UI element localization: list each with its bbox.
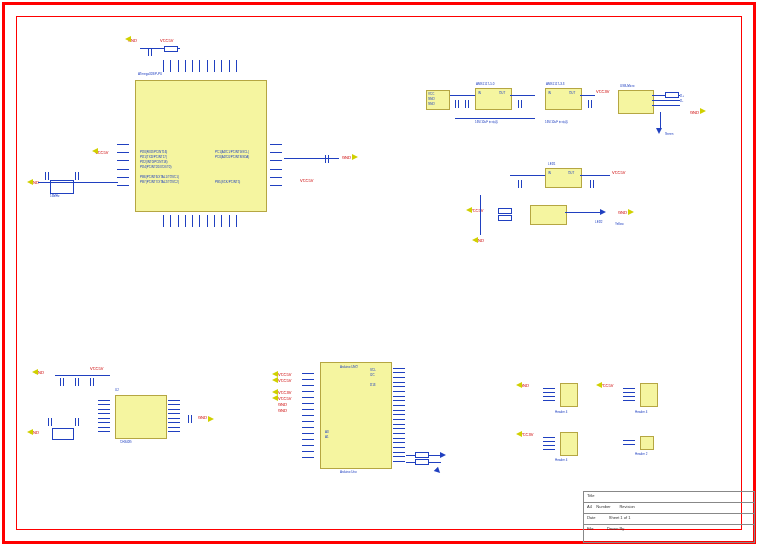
resistor-r5 (415, 452, 429, 458)
capacitor-c7 (518, 100, 522, 108)
gnd-arrow-2 (27, 179, 33, 185)
p2-label: Header 4 (635, 410, 647, 414)
tb-rev: Revision (619, 504, 634, 509)
tb-drawn: Drawn By (607, 526, 624, 531)
mcu-right-pins (270, 140, 282, 190)
u2-right-pins (168, 398, 180, 434)
u3-vcc4: VCC5V (278, 396, 291, 401)
p1-pins (543, 386, 555, 402)
gnd-arrow-3 (352, 154, 358, 160)
p4-pins (623, 438, 635, 446)
u3-gnd2: GND (278, 408, 287, 413)
usb-micro (618, 90, 654, 114)
net-gnd-3: GND (342, 155, 351, 160)
conn-vcc: VCC (428, 92, 434, 96)
capacitor-c13 (60, 378, 64, 386)
mcu-pin-label: PB7(PCINT7/XTAL2/TOSC2) (140, 180, 179, 184)
led-tx (440, 452, 446, 458)
wire (510, 175, 545, 176)
capacitor-c11 (48, 418, 52, 426)
capacitor-c14 (75, 378, 79, 386)
tb-size: A4 (587, 504, 592, 509)
net-dplus: D+ (680, 94, 684, 98)
tb-file: File (587, 526, 593, 531)
led-d2 (600, 209, 606, 215)
u4-note: 16V/10uF 钽电容 (475, 120, 498, 124)
capacitor-c8 (588, 100, 592, 108)
mcu-left-pins (117, 140, 129, 190)
main-mcu-ref: ATmega328/P-PU (138, 72, 162, 76)
wire (510, 95, 535, 96)
net-gnd-usb: GND (690, 110, 699, 115)
wire (652, 105, 680, 106)
k1-ref: LED1 (548, 162, 556, 166)
p3-label: Header 4 (555, 458, 567, 462)
mcu-pin-label: PD0(RXD/PCINT16) (140, 150, 167, 154)
resistor-r1 (164, 46, 178, 52)
mcu-pin-label-r: PB5(SCK/PCINT5) (215, 180, 240, 184)
conn-gnd2: GND (428, 102, 435, 106)
k1-in: IN (548, 171, 551, 175)
u3-a1: A1 (325, 435, 329, 439)
capacitor-c4 (325, 155, 329, 163)
u5-ref: AMS1117-3.3 (546, 82, 564, 86)
u5-out: OUT (569, 91, 575, 95)
u3-left-pins (302, 370, 314, 460)
u3-vcc1: VCC5V (278, 372, 291, 377)
led-driver (530, 205, 567, 225)
conn-gnd: GND (428, 97, 435, 101)
net-gnd-led: GND (618, 210, 627, 215)
u3-a0: A0 (325, 430, 329, 434)
capacitor-c1 (148, 48, 152, 56)
mcu-pin-label-r: PC1(ADC1/PCINT9/SCL) (215, 150, 249, 154)
tb-sheet: Sheet 1 of 1 (609, 515, 631, 520)
title-block: Title A4 Number Revision Date Sheet 1 of… (583, 491, 755, 543)
p2-pins (623, 386, 635, 402)
net-dminus: D- (680, 99, 683, 103)
tb-title: Title (587, 493, 594, 498)
net-vcc5v-k1: VCC5V (612, 170, 625, 175)
capacitor-c6 (465, 100, 469, 108)
mcu-pin-label-r: PC0(ADC0/PCINT8/SDA) (215, 155, 249, 159)
net-gnd-u2r: GND (198, 415, 207, 420)
tb-date: Date (587, 515, 595, 520)
gnd-arrow-bot (472, 237, 478, 243)
wire (580, 175, 610, 176)
mcu-top-pins (160, 60, 240, 72)
u6-ref: USB-Micro (620, 84, 635, 88)
wire (455, 118, 535, 119)
capacitor-c2 (45, 172, 49, 180)
led-green-label: Green (665, 132, 673, 136)
arduino-header-chip (320, 362, 392, 469)
led2-color: Yellow (615, 222, 624, 226)
header-p4 (640, 436, 654, 450)
p1-arrow (516, 382, 522, 388)
header-p3 (560, 432, 578, 456)
led-d1 (656, 128, 662, 134)
u4-out: OUT (499, 91, 505, 95)
net-vcc3v: VCC3V (596, 89, 609, 94)
gnd-arrow (125, 36, 131, 42)
u3-right-pins (393, 366, 405, 464)
wire (284, 158, 339, 159)
u3-vcc2: VCC5V (278, 378, 291, 383)
mcu-pin-label: PD1(TXD/PCINT17) (140, 155, 167, 159)
mcu-bottom-pins (160, 215, 240, 227)
vcc-arrow-u3-4 (272, 395, 278, 401)
resistor-r2 (665, 92, 679, 98)
u5-in: IN (548, 91, 551, 95)
u3-footer: Arduino Uno (340, 470, 357, 474)
capacitor-c5 (455, 100, 459, 108)
u4-ref: AMS1117-5.0 (476, 82, 494, 86)
u5-note: 16V/10uF 钽电容 (545, 120, 568, 124)
tb-number: Number (596, 504, 610, 509)
wire (55, 375, 110, 376)
capacitor-c3 (75, 172, 79, 180)
gnd-arrow-y2 (27, 429, 33, 435)
led2-label: LED2 (595, 220, 603, 224)
u4-in: IN (478, 91, 481, 95)
header-p1 (560, 383, 578, 407)
capacitor-c15 (90, 378, 94, 386)
wire (480, 195, 481, 235)
u3-gnd1: GND (278, 402, 287, 407)
